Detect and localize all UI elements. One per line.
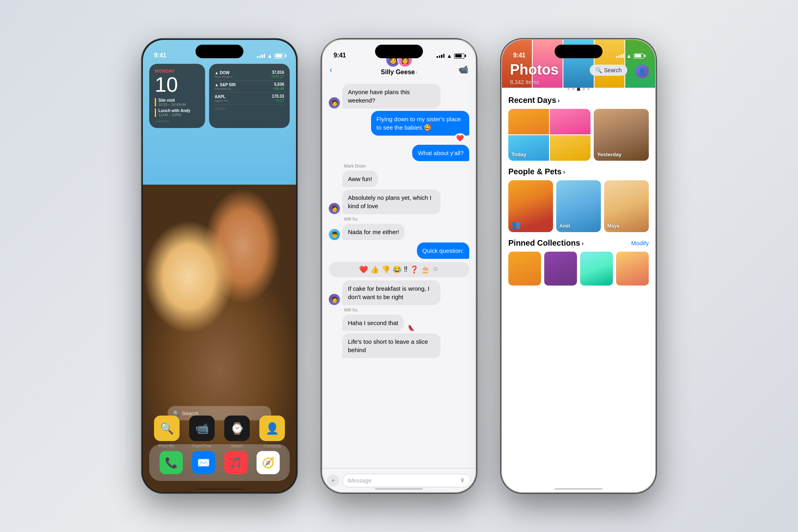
- home-indicator: [196, 488, 243, 490]
- stock-row-aapl: AAPL Apple Inc... 170.33 +3.17: [215, 93, 284, 104]
- maya-card[interactable]: Maya: [604, 180, 649, 232]
- msg-row-quick: Quick question:: [329, 242, 469, 259]
- msg-bubble-3: What about y'all?: [412, 145, 469, 161]
- home-indicator-2: [375, 488, 423, 490]
- signal-icon-2: [437, 54, 444, 58]
- stocks-widget-label: Stocks: [215, 107, 284, 111]
- emoji-cake[interactable]: 🎂: [421, 265, 430, 274]
- pinned-chevron[interactable]: ›: [582, 240, 584, 246]
- video-call-button[interactable]: 📹: [458, 65, 468, 74]
- recent-days-chevron[interactable]: ›: [558, 97, 560, 104]
- dock-mail[interactable]: ✉️: [192, 451, 215, 474]
- pinned-1[interactable]: [508, 252, 541, 286]
- back-button[interactable]: ‹: [330, 65, 332, 74]
- add-attachment-button[interactable]: +: [327, 475, 339, 487]
- battery-icon: [275, 53, 285, 59]
- msg-row-life: Life's too short to leave a slice behind: [329, 333, 469, 358]
- app-watch[interactable]: ⌚ Watch: [223, 416, 251, 448]
- emoji-heart[interactable]: ❤️: [359, 265, 368, 274]
- emoji-laugh[interactable]: 😂: [393, 265, 401, 274]
- emoji-thumbsup[interactable]: 👍: [370, 265, 379, 274]
- home-screen: 9:41 ▲ MONDAY: [143, 40, 296, 492]
- photos-count: 8,342 Items: [510, 79, 647, 85]
- photos-screen: 9:41 ▲: [502, 40, 655, 492]
- phone-3-photos: 9:41 ▲: [501, 39, 656, 493]
- group-card[interactable]: 👥: [508, 180, 553, 232]
- dynamic-island-3: [555, 45, 602, 58]
- msg-row-mark2: 🧑 Absolutely no plans yet, which I kind …: [329, 189, 469, 214]
- yesterday-label: Yesterday: [597, 152, 621, 158]
- modify-button[interactable]: Modify: [631, 240, 649, 246]
- msg-row-mark: Aww fun!: [329, 171, 469, 187]
- msg-avatar: 🧑: [329, 97, 340, 108]
- imessage-input[interactable]: iMessage 🎙: [342, 474, 471, 487]
- dot-2: [572, 88, 575, 90]
- sender-will-2: Will Xu: [344, 307, 469, 312]
- maya-label: Maya: [607, 223, 619, 229]
- status-time-2: 9:41: [334, 52, 346, 59]
- cal-event-2: Lunch with Andy 11AM – 12PM: [155, 108, 200, 117]
- calendar-widget[interactable]: MONDAY 10 Site visit 10:15 – 10:45AM Lun…: [149, 64, 205, 128]
- people-pets-chevron[interactable]: ›: [563, 169, 565, 175]
- dynamic-island-2: [375, 45, 423, 58]
- msg-bubble-aww: Aww fun!: [342, 171, 378, 187]
- msg-avatar-mark: 🧑: [329, 203, 340, 214]
- today-card[interactable]: Today: [508, 109, 591, 161]
- pinned-strip: [508, 252, 649, 286]
- dock-music[interactable]: 🎵: [224, 451, 247, 474]
- yesterday-card[interactable]: Yesterday: [594, 109, 649, 161]
- home-apps-row: 🔍 Find My 📹 FaceTime ⌚ Watch: [149, 416, 290, 448]
- pinned-4[interactable]: [616, 252, 649, 286]
- cal-date: 10: [155, 74, 200, 95]
- msg-bubble-nada: Nada for me either!: [342, 224, 405, 240]
- app-contacts[interactable]: 👤 Contacts: [258, 416, 286, 448]
- stocks-widget[interactable]: ▲ DOW Dow Jones I... 37,816 +570.17 ▲ S&…: [209, 64, 290, 128]
- phone-2-messages: 9:41 ▲ ‹: [321, 39, 477, 493]
- group-chevron: ›: [416, 69, 417, 75]
- emoji-plus[interactable]: ☺: [432, 265, 439, 274]
- app-facetime[interactable]: 📹 FaceTime: [188, 416, 216, 448]
- msg-bubble-plans: Absolutely no plans yet, which I kind of…: [342, 189, 440, 214]
- app-find-my[interactable]: 🔍 Find My: [152, 416, 181, 448]
- emoji-question[interactable]: ❓: [410, 265, 419, 274]
- emoji-thumbsdown[interactable]: 👎: [381, 265, 390, 274]
- amit-card[interactable]: Amit: [556, 180, 601, 232]
- battery-icon-2: [454, 53, 464, 59]
- dock-safari[interactable]: 🧭: [257, 451, 280, 474]
- emoji-exclaim[interactable]: ‼️: [404, 265, 407, 274]
- people-pets-heading: People & Pets ›: [508, 167, 649, 176]
- msg-mine-group: Flying down to my sister's place to see …: [329, 111, 469, 161]
- msg-bubble-haha: Haha I second that: [342, 315, 404, 331]
- cal-event-1: Site visit 10:15 – 10:45AM: [155, 98, 200, 106]
- msg-row-cake: 🧑 If cake for breakfast is wrong, I don'…: [329, 280, 469, 305]
- widgets-area: MONDAY 10 Site visit 10:15 – 10:45AM Lun…: [149, 64, 290, 128]
- messages-list: 🧑 Anyone have plans this weekend? Flying…: [322, 80, 476, 468]
- battery-icon-3: [634, 53, 644, 59]
- emoji-picker-row: ❤️ 👍 👎 😂 ‼️ ❓ 🎂 ☺: [329, 262, 469, 277]
- msg-avatar-will: 👦: [329, 229, 340, 240]
- pinned-collections-header: Pinned Collections › Modify: [508, 238, 649, 248]
- msg-bubble-2: Flying down to my sister's place to see …: [371, 111, 469, 136]
- recent-days-grid: Today Yesterday: [508, 109, 649, 161]
- dot-1: [567, 88, 570, 90]
- wifi-icon-2: ▲: [446, 53, 452, 59]
- pinned-3[interactable]: [580, 252, 613, 286]
- signal-icon-3: [616, 54, 624, 58]
- signal-icon: [257, 54, 265, 58]
- dock-phone[interactable]: 📞: [160, 451, 183, 474]
- photos-title: Photos: [510, 61, 647, 78]
- group-name-row: Silly Geese ›: [381, 69, 417, 76]
- cal-widget-label: Calendar: [155, 119, 200, 123]
- dot-5: [587, 88, 590, 90]
- pinned-2[interactable]: [544, 252, 577, 286]
- messages-screen: 9:41 ▲ ‹: [322, 40, 476, 492]
- sender-will: Will Xu: [344, 217, 469, 221]
- msg-row-1: 🧑 Anyone have plans this weekend?: [329, 84, 469, 108]
- imessage-placeholder: iMessage: [348, 477, 371, 484]
- status-time: 9:41: [154, 52, 166, 59]
- emoji-heels: 👠: [408, 325, 415, 331]
- group-people-icon: 👥: [512, 220, 520, 229]
- people-pets-grid: 👥 Amit Maya: [508, 180, 649, 232]
- msg-bubble-quick: Quick question:: [417, 242, 469, 259]
- status-icons: ▲: [257, 53, 285, 59]
